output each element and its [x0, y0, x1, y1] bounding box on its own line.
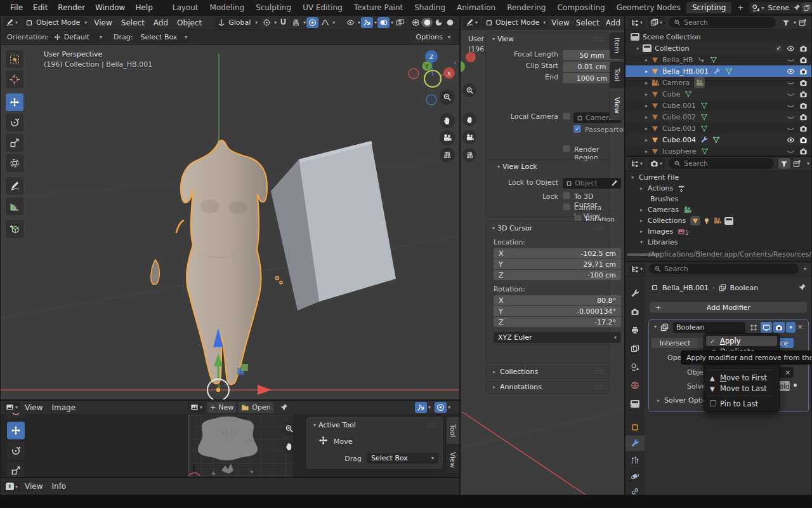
cursor-rot-y[interactable]: Y-0.000134°: [494, 306, 621, 316]
camera-icon[interactable]: [799, 102, 808, 110]
shading-wireframe-button[interactable]: [410, 18, 421, 27]
tab-collection[interactable]: [625, 396, 645, 411]
breadcrumb-object[interactable]: Bella_HB.001: [662, 284, 709, 292]
eye-closed-icon[interactable]: [787, 124, 795, 133]
camera-icon[interactable]: [799, 44, 808, 53]
npanel-tab-item[interactable]: Item: [610, 32, 624, 59]
menu-view[interactable]: View: [20, 482, 47, 491]
expand-icon[interactable]: ▸: [643, 103, 650, 109]
transform-tool[interactable]: [6, 154, 23, 172]
annotations-panel-header[interactable]: ▸Annotations ::::: [486, 382, 609, 394]
cameras-row[interactable]: ▸Cameras: [625, 204, 811, 215]
animate-dot[interactable]: [794, 384, 797, 387]
cursor-loc-x[interactable]: X-102.5 cm: [494, 248, 621, 258]
camera-icon[interactable]: [799, 79, 808, 87]
collections-panel-header[interactable]: ▸Collections ::::: [486, 366, 609, 378]
tab-modeling[interactable]: Modeling: [204, 2, 251, 13]
rotate-tool[interactable]: [7, 442, 25, 460]
expand-icon[interactable]: ▸: [643, 126, 650, 131]
open-image-button[interactable]: Open: [239, 402, 273, 413]
menu-info[interactable]: Info: [48, 482, 71, 491]
xray-toggle[interactable]: [394, 17, 406, 28]
object-row[interactable]: ▸ Cube.003: [625, 123, 811, 134]
eye-icon[interactable]: [787, 136, 795, 144]
blendfile-search-input[interactable]: Search: [669, 158, 774, 169]
cursor-tool[interactable]: [6, 70, 23, 88]
fragment-object[interactable]: [176, 220, 183, 232]
tab-geometry-nodes[interactable]: Geometry Nodes: [611, 2, 686, 13]
annotate-tool[interactable]: [6, 177, 23, 195]
new-scene-button[interactable]: [802, 3, 812, 13]
falloff-dropdown[interactable]: [319, 17, 331, 28]
viewport-3d-secondary[interactable]: ▾ Object Mode▾ View Select Add User Pers…: [460, 15, 625, 495]
info-editor[interactable]: i ▾ View Info: [0, 478, 460, 495]
tab-rendering[interactable]: Rendering: [501, 2, 551, 13]
menu-view[interactable]: View: [89, 18, 116, 27]
expand-icon[interactable]: ▸: [638, 218, 645, 224]
tab-sculpting[interactable]: Sculpting: [250, 2, 297, 13]
move-tool[interactable]: [7, 422, 25, 439]
camera-icon[interactable]: [799, 90, 808, 98]
pan-button[interactable]: [462, 112, 476, 126]
menu-add[interactable]: Add: [603, 18, 624, 27]
object-row[interactable]: ▸ Camera: [625, 77, 811, 88]
new-image-button[interactable]: +New: [207, 402, 236, 413]
realtime-display-toggle[interactable]: [761, 322, 772, 333]
snap-toggle[interactable]: [277, 17, 289, 28]
expand-icon[interactable]: ▸: [643, 91, 650, 97]
viewport-canvas[interactable]: Y Z X User Perspective (196) Collection …: [1, 45, 460, 400]
object-row[interactable]: ▸ Icosphere: [625, 145, 811, 156]
menu-file[interactable]: File: [5, 3, 28, 12]
tab-world[interactable]: [625, 378, 645, 393]
properties-options-icon[interactable]: ▾: [804, 266, 806, 272]
object-row[interactable]: ▸ Bella_HB: [625, 54, 811, 65]
tab-modifiers[interactable]: [625, 436, 645, 451]
collection-display-button[interactable]: [791, 158, 803, 169]
scene-selector[interactable]: ▾ Scene ✕: [749, 2, 812, 13]
filter-icon-button[interactable]: [780, 17, 792, 28]
passepartout-checkbox[interactable]: ✓: [573, 125, 581, 133]
add-cube-tool[interactable]: [6, 220, 23, 238]
pin-icon[interactable]: [793, 4, 801, 11]
expand-icon[interactable]: ▸: [643, 57, 650, 63]
eye-closed-icon[interactable]: [787, 90, 795, 98]
menu-select[interactable]: Select: [117, 18, 149, 27]
mode-dropdown[interactable]: Object Mode▾: [23, 17, 89, 28]
cursor-rot-z[interactable]: Z-17.2°: [494, 317, 621, 327]
add-modifier-button[interactable]: + Add Modifier: [650, 302, 808, 313]
brushes-row[interactable]: Brushes: [625, 194, 811, 204]
breadcrumb-modifier[interactable]: Boolean: [730, 284, 759, 292]
expand-icon[interactable]: ▸: [643, 114, 650, 120]
camera-view-button[interactable]: [440, 130, 455, 145]
eye-closed-icon[interactable]: [787, 79, 795, 87]
imged-tab-tool[interactable]: Tool: [447, 417, 459, 444]
gizmos-toggle[interactable]: [361, 17, 373, 28]
shading-material-button[interactable]: [433, 18, 444, 27]
clear-icon[interactable]: ×: [785, 369, 790, 376]
menu-select[interactable]: Select: [573, 18, 603, 27]
overlays-toggle[interactable]: [377, 17, 390, 28]
tab-layout[interactable]: Layout: [167, 2, 204, 13]
camera-to-view-checkbox[interactable]: [563, 203, 570, 211]
expand-icon[interactable]: ▸: [638, 185, 645, 191]
hand-fragment-object[interactable]: [151, 260, 159, 284]
outliner-search-input[interactable]: Search: [669, 17, 776, 28]
ortho-toggle-button[interactable]: [462, 148, 476, 162]
mode-dropdown[interactable]: Object Mode▾: [483, 17, 548, 28]
lock-3d-cursor-checkbox[interactable]: [563, 192, 570, 199]
tab-compositing[interactable]: Compositing: [551, 2, 610, 13]
tab-particles[interactable]: [625, 453, 645, 468]
menu-item-pin-last[interactable]: Pin to Last: [706, 399, 777, 409]
collections-row[interactable]: ▸Collections: [625, 215, 811, 226]
editor-type-button[interactable]: ▾: [3, 17, 20, 28]
menu-object[interactable]: Object: [173, 18, 206, 27]
tab-render[interactable]: [625, 304, 645, 319]
active-tool-header[interactable]: ▾Active Tool: [312, 421, 356, 429]
tweak-tool-partial[interactable]: [7, 410, 25, 418]
menu-edit[interactable]: Edit: [28, 3, 53, 12]
scale-tool[interactable]: [6, 134, 23, 152]
properties-editor[interactable]: ▾ Search ▾ Bella_HB.001 › Boolean + Add …: [625, 262, 812, 495]
actions-row[interactable]: ▸Actions: [625, 183, 811, 194]
cursor-panel-header[interactable]: ▾3D Cursor: [491, 224, 532, 232]
tab-uv-editing[interactable]: UV Editing: [297, 2, 348, 13]
